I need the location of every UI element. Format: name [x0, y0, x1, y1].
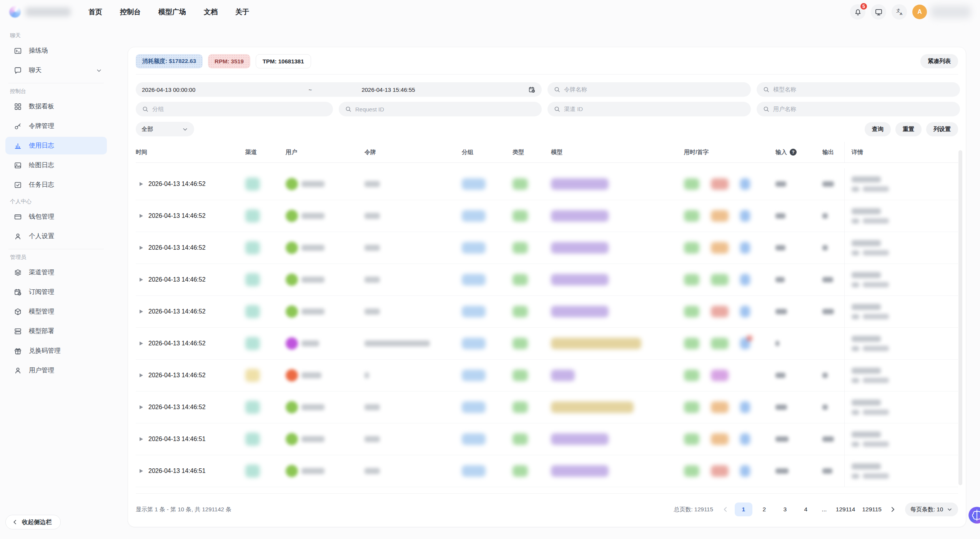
sidebar-item-redemption[interactable]: 兑换码管理 — [5, 342, 107, 360]
latency-tags — [684, 465, 775, 477]
page-size-select[interactable]: 每页条数: 10 — [905, 503, 958, 516]
details-line-blurred — [852, 304, 881, 310]
nav-model-square[interactable]: 模型广场 — [158, 7, 186, 17]
input-tokens-blurred — [775, 468, 789, 474]
language-button[interactable]: 文A — [892, 4, 907, 20]
group-input[interactable]: 分组 — [136, 102, 333, 116]
nav-console[interactable]: 控制台 — [120, 7, 141, 17]
table-row[interactable]: 2026-04-13 14:46:52 — [136, 264, 958, 296]
expand-caret-icon[interactable] — [140, 214, 143, 218]
compact-list-button[interactable]: 紧凑列表 — [920, 54, 958, 68]
type-tag — [512, 210, 528, 222]
page-button[interactable]: 2 — [755, 503, 773, 516]
sidebar-section-chat: 聊天 — [10, 32, 107, 39]
expand-caret-icon[interactable] — [140, 437, 143, 441]
nav-home[interactable]: 首页 — [88, 7, 102, 17]
user-avatar — [286, 337, 298, 350]
sidebar-item-wallet[interactable]: 钱包管理 — [5, 208, 107, 226]
col-token: 令牌 — [364, 149, 462, 156]
request-id-placeholder: Request ID — [355, 106, 384, 113]
nav-docs[interactable]: 文档 — [204, 7, 218, 17]
page-button[interactable]: 3 — [776, 503, 794, 516]
sidebar: 聊天 操练场 聊天 控制台 数据看板 令牌管理 使用日志 绘图日志 任务日志 个… — [0, 24, 112, 381]
type-select[interactable]: 全部 — [136, 122, 194, 136]
group-tag — [462, 178, 486, 190]
sidebar-item-tokens[interactable]: 令牌管理 — [5, 117, 107, 135]
token-name-input[interactable]: 令牌名称 — [547, 82, 751, 97]
col-channel: 渠道 — [245, 149, 286, 156]
notifications-button[interactable]: 5 — [850, 4, 865, 20]
query-button[interactable]: 查询 — [865, 122, 891, 136]
user-avatar — [286, 465, 298, 477]
table-row[interactable]: 2026-04-13 14:46:52 — [136, 328, 958, 360]
username-input[interactable]: 用户名称 — [757, 102, 960, 116]
sidebar-item-label: 任务日志 — [29, 181, 54, 189]
sidebar-item-label: 模型部署 — [29, 327, 54, 335]
page-button[interactable]: 129115 — [860, 503, 883, 516]
sidebar-item-subscriptions[interactable]: 订阅管理 — [5, 283, 107, 301]
help-icon[interactable]: ? — [790, 149, 797, 156]
request-id-input[interactable]: Request ID — [339, 102, 542, 116]
sidebar-item-dashboard[interactable]: 数据看板 — [5, 98, 107, 115]
sidebar-item-settings[interactable]: 个人设置 — [5, 227, 107, 245]
table-row[interactable]: 2026-04-13 14:46:52 — [136, 200, 958, 232]
table-row[interactable]: 2026-04-13 14:46:51 — [136, 423, 958, 455]
expand-caret-icon[interactable] — [140, 342, 143, 345]
channel-id-input[interactable]: 渠道 ID — [547, 102, 751, 116]
stats-row: 消耗额度: $17822.63 RPM: 3519 TPM: 10681381 … — [136, 54, 958, 68]
details-cost-blurred — [863, 473, 889, 479]
expand-caret-icon[interactable] — [140, 246, 143, 250]
next-page-button[interactable] — [887, 503, 899, 516]
expand-caret-icon[interactable] — [140, 310, 143, 313]
sidebar-item-playground[interactable]: 操练场 — [5, 42, 107, 60]
latency-pill — [711, 210, 729, 222]
model-name-input[interactable]: 模型名称 — [757, 82, 960, 97]
expand-caret-icon[interactable] — [140, 182, 143, 186]
sidebar-item-usage-logs[interactable]: 使用日志 — [5, 137, 107, 154]
table-row[interactable]: 2026-04-13 14:46:52 — [136, 232, 958, 264]
table-row[interactable]: 2026-04-13 14:46:52 — [136, 168, 958, 200]
sidebar-item-label: 使用日志 — [29, 141, 54, 150]
sidebar-item-chat[interactable]: 聊天 — [5, 61, 107, 79]
assistant-float-button[interactable] — [968, 506, 980, 524]
collapse-sidebar-label: 收起侧边栏 — [22, 518, 52, 526]
col-type: 类型 — [512, 149, 551, 156]
table-row[interactable]: 2026-04-13 14:46:52 — [136, 391, 958, 423]
page-ellipsis: ... — [818, 503, 831, 516]
table-row[interactable]: 2026-04-13 14:46:51 — [136, 455, 958, 487]
sidebar-item-drawing-logs[interactable]: 绘图日志 — [5, 156, 107, 174]
expand-caret-icon[interactable] — [140, 405, 143, 409]
avatar[interactable]: A — [912, 5, 927, 19]
table-scrollbar[interactable] — [958, 150, 962, 485]
page-button[interactable]: 129114 — [834, 503, 857, 516]
channel-tag — [245, 273, 260, 286]
table-row[interactable]: 2026-04-13 14:46:52 — [136, 296, 958, 328]
prev-page-button[interactable] — [719, 503, 732, 516]
channel-tag — [245, 209, 260, 222]
package-icon — [14, 308, 22, 316]
column-settings-button[interactable]: 列设置 — [926, 122, 958, 136]
user-avatar — [286, 178, 298, 190]
theme-display-button[interactable] — [871, 4, 886, 20]
expand-caret-icon[interactable] — [140, 469, 143, 473]
sidebar-item-users[interactable]: 用户管理 — [5, 362, 107, 379]
type-select-value: 全部 — [141, 126, 153, 133]
sidebar-item-channels[interactable]: 渠道管理 — [5, 264, 107, 281]
latency-pill — [684, 433, 699, 445]
expand-caret-icon[interactable] — [140, 278, 143, 282]
expand-caret-icon[interactable] — [140, 373, 143, 377]
details-line-blurred — [852, 272, 881, 278]
collapse-sidebar-button[interactable]: 收起侧边栏 — [5, 515, 61, 529]
sidebar-item-deployments[interactable]: 模型部署 — [5, 322, 107, 340]
details-cell — [844, 360, 959, 391]
sidebar-item-task-logs[interactable]: 任务日志 — [5, 176, 107, 194]
sidebar-item-models[interactable]: 模型管理 — [5, 303, 107, 320]
dashboard-grid-icon — [14, 103, 22, 111]
date-range-input[interactable]: 2026-04-13 00:00:00 ~ 2026-04-13 15:46:5… — [136, 82, 542, 97]
page-button[interactable]: 4 — [797, 503, 815, 516]
reset-button[interactable]: 重置 — [895, 122, 922, 136]
nav-about[interactable]: 关于 — [235, 7, 249, 17]
table-row[interactable]: 2026-04-13 14:46:52 — [136, 360, 958, 391]
page-button[interactable]: 1 — [735, 503, 752, 516]
brand[interactable] — [9, 6, 74, 18]
